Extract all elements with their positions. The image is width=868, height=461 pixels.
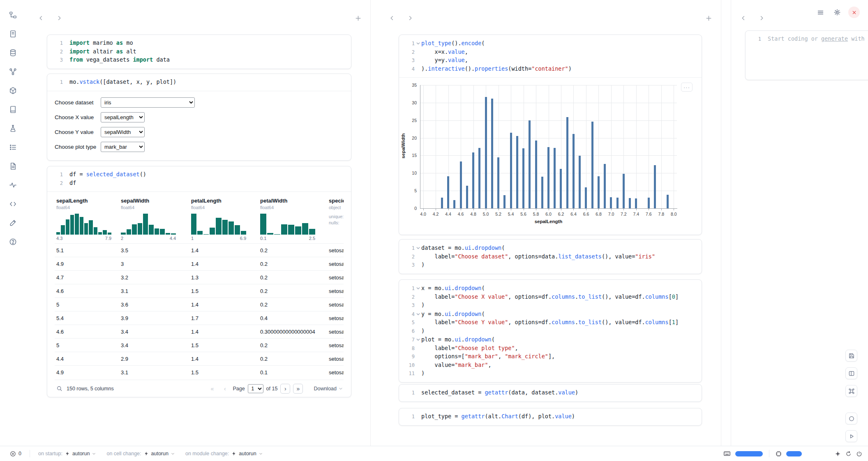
fold-icon[interactable] bbox=[415, 310, 421, 318]
shortcuts-button[interactable] bbox=[845, 385, 857, 397]
fold-icon[interactable] bbox=[415, 244, 421, 252]
file-tree-icon[interactable] bbox=[6, 8, 19, 21]
dependencies-icon[interactable] bbox=[6, 65, 19, 78]
fold-icon[interactable] bbox=[415, 284, 421, 292]
y-value-select[interactable]: sepalWidth bbox=[101, 127, 145, 137]
export-button[interactable] bbox=[845, 350, 857, 362]
line-number: 1 bbox=[49, 39, 63, 48]
on-cell-change-chip[interactable]: on cell change: autorun bbox=[102, 448, 179, 459]
table-cell: 5.1 bbox=[55, 247, 119, 254]
next-page-button[interactable]: › bbox=[280, 384, 290, 394]
code-editor[interactable]: 1import marimo as mo2import altair as al… bbox=[47, 35, 351, 69]
column-right-icon[interactable] bbox=[756, 12, 767, 24]
chart-options-button[interactable]: ··· bbox=[681, 83, 693, 92]
code-editor[interactable]: 1plot_type = getattr(alt.Chart(df), plot… bbox=[399, 408, 702, 425]
chart-bar bbox=[616, 198, 619, 208]
status-bar: 0 on startup: autorun on cell change: au… bbox=[0, 446, 868, 461]
code-editor[interactable]: 1selected_dataset = getattr(data, datase… bbox=[399, 385, 702, 401]
help-icon[interactable] bbox=[6, 235, 19, 248]
documentation-icon[interactable] bbox=[6, 159, 19, 173]
fold-icon[interactable] bbox=[415, 39, 421, 47]
add-column-button[interactable] bbox=[352, 12, 364, 24]
scratch-button[interactable] bbox=[845, 413, 857, 424]
prev-page-button[interactable]: ‹ bbox=[220, 384, 230, 394]
cpu-usage-meter[interactable] bbox=[735, 451, 763, 456]
column-header-petalWidth[interactable]: petalWidth float64 0.12.5 bbox=[259, 194, 327, 243]
column-type: float64 bbox=[121, 205, 189, 210]
first-page-button[interactable]: « bbox=[207, 384, 217, 394]
on-startup-chip[interactable]: on startup: autorun bbox=[34, 448, 100, 459]
scratchpad-icon[interactable] bbox=[6, 122, 19, 135]
hist-bar bbox=[155, 228, 159, 235]
code-text: plot = mo.ui.dropdown( bbox=[421, 336, 495, 344]
code-line: 9 options=["mark_bar", "mark_circle"], bbox=[401, 353, 697, 361]
chart-bar bbox=[598, 176, 600, 208]
hist-bar bbox=[295, 226, 301, 235]
chart-bar bbox=[541, 177, 543, 208]
restart-icon[interactable] bbox=[845, 451, 852, 457]
code-line: 2import altair as alt bbox=[49, 48, 347, 56]
annotations-icon[interactable] bbox=[6, 216, 19, 229]
hist-bar bbox=[80, 217, 83, 235]
window-controls bbox=[815, 7, 860, 18]
hist-bar bbox=[166, 233, 171, 235]
snippets-icon[interactable] bbox=[6, 197, 19, 210]
ai-copilot-icon[interactable] bbox=[835, 451, 841, 457]
logs-icon[interactable] bbox=[6, 103, 19, 116]
column-left-icon[interactable] bbox=[738, 12, 749, 24]
close-icon[interactable] bbox=[848, 7, 860, 18]
download-button[interactable]: Download bbox=[314, 386, 343, 392]
chart-bar bbox=[453, 200, 455, 208]
shutdown-icon[interactable] bbox=[856, 451, 862, 457]
code-editor[interactable]: 1mo.vstack([dataset, x, y, plot]) bbox=[47, 74, 351, 91]
column-right-icon[interactable] bbox=[404, 12, 416, 24]
plot-type-select[interactable]: mark_bar bbox=[101, 142, 145, 152]
dataset-select[interactable]: iris bbox=[101, 97, 195, 108]
column-header-sepalLength[interactable]: sepalLength float64 4.37.9 bbox=[55, 194, 119, 243]
menu-icon[interactable] bbox=[815, 7, 826, 18]
plus-icon[interactable] bbox=[703, 12, 714, 24]
line-number: 3 bbox=[401, 261, 415, 270]
code-editor[interactable]: 1dataset = mo.ui.dropdown(2 label="Choos… bbox=[399, 240, 702, 274]
on-module-change-chip[interactable]: on module change: autorun bbox=[181, 448, 267, 459]
cell-plot-type: 1plot_type = getattr(alt.Chart(df), plot… bbox=[399, 408, 702, 426]
search-icon[interactable] bbox=[56, 385, 62, 392]
notebook-icon[interactable] bbox=[6, 27, 19, 40]
last-page-button[interactable]: » bbox=[293, 384, 303, 394]
keyboard-icon[interactable] bbox=[723, 450, 731, 457]
column-left-icon[interactable] bbox=[35, 12, 47, 24]
add-column-button[interactable] bbox=[703, 12, 714, 24]
column-left-icon[interactable] bbox=[386, 12, 398, 24]
table-cell: 3.9 bbox=[119, 315, 189, 321]
line-number: 2 bbox=[49, 180, 63, 188]
datasources-icon[interactable] bbox=[6, 46, 19, 59]
layout-button[interactable] bbox=[845, 367, 857, 379]
plot-type-control-row: Choose plot type mark_bar bbox=[55, 140, 351, 154]
code-editor[interactable]: 1df = selected_dataset()2df bbox=[47, 166, 351, 191]
gear-icon[interactable] bbox=[831, 7, 843, 18]
column-header-species[interactable]: species object unique: nulls: bbox=[327, 194, 344, 243]
table-cell: setosa bbox=[327, 261, 344, 267]
hist-bar bbox=[149, 225, 154, 235]
packages-icon[interactable] bbox=[6, 84, 19, 97]
code-line: 5 label="Choose Y value", options=df.col… bbox=[401, 318, 697, 327]
run-all-button[interactable] bbox=[845, 430, 857, 442]
line-number: 1 bbox=[401, 413, 415, 421]
tracebacks-icon[interactable] bbox=[6, 178, 19, 191]
code-text: plot_type().encode( bbox=[421, 39, 485, 48]
code-editor[interactable]: 1x = mo.ui.dropdown(2 label="Choose X va… bbox=[399, 280, 702, 382]
x-value-select[interactable]: sepalLength bbox=[101, 112, 145, 122]
memory-usage-meter[interactable] bbox=[786, 451, 802, 456]
column-header-petalLength[interactable]: petalLength float64 16.9 bbox=[189, 194, 259, 243]
fold-icon[interactable] bbox=[415, 335, 421, 343]
code-editor[interactable]: 1 Start coding or generate with AI bbox=[746, 31, 868, 48]
errors-indicator[interactable]: 0 bbox=[6, 448, 25, 459]
column-header-sepalWidth[interactable]: sepalWidth float64 24.4 bbox=[119, 194, 189, 243]
plus-icon[interactable] bbox=[352, 12, 364, 24]
generate-link[interactable]: generate bbox=[821, 35, 848, 42]
code-editor[interactable]: 1plot_type().encode(2 x=x.value,3 y=y.va… bbox=[399, 35, 702, 77]
rules-icon[interactable] bbox=[6, 141, 19, 154]
column-right-icon[interactable] bbox=[53, 12, 65, 24]
code-line: 3 y=y.value, bbox=[401, 56, 697, 65]
page-select[interactable]: 1 bbox=[248, 384, 263, 393]
